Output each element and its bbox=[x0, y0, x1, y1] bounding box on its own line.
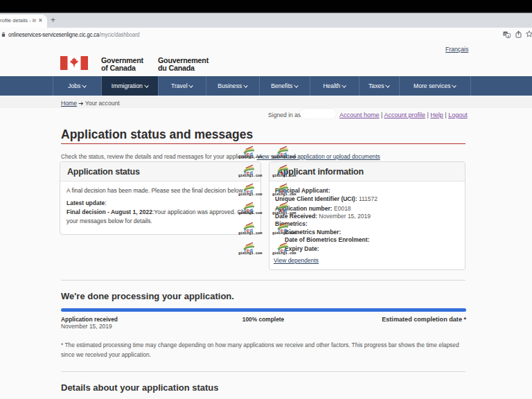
svg-text:a: a bbox=[507, 34, 509, 38]
